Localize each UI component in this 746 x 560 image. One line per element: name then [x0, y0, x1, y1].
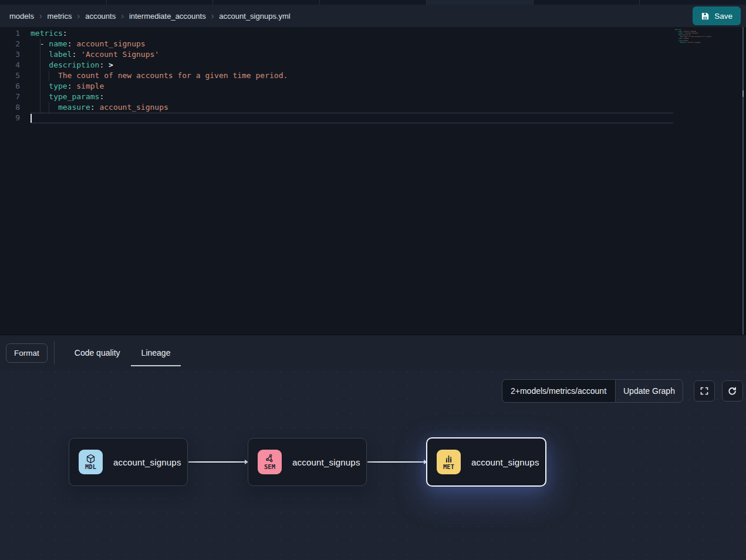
node-type-label: MET — [443, 463, 454, 470]
line-number-gutter: 123456789 — [0, 28, 21, 335]
code-token — [31, 103, 58, 112]
code-token: account_signups — [76, 39, 145, 48]
lineage-selector-input[interactable] — [502, 379, 615, 403]
lineage-node-mdl[interactable]: MDLaccount_signups — [69, 438, 188, 486]
code-token: : — [72, 50, 81, 59]
code-token: The count of new accounts for a given ti… — [58, 71, 288, 80]
node-type-label: SEM — [264, 463, 275, 470]
code-line[interactable]: - name: account_signups — [31, 39, 673, 49]
code-token: type_params — [49, 92, 99, 101]
code-token — [31, 60, 49, 69]
minimap-line: measure: account_signups — [675, 42, 711, 43]
code-token: 'Account Signups' — [81, 50, 159, 59]
fullscreen-button[interactable] — [694, 380, 715, 402]
chevron-right-icon: › — [211, 12, 214, 20]
text-cursor — [31, 114, 32, 123]
breadcrumb: models›metrics›accounts›intermediate_acc… — [9, 12, 291, 21]
code-token — [31, 82, 49, 90]
chevron-right-icon: › — [121, 12, 124, 20]
code-token: measure — [680, 42, 686, 43]
update-graph-button[interactable]: Update Graph — [615, 379, 683, 403]
node-type-label: MDL — [85, 463, 96, 470]
scrollbar-thumb[interactable] — [742, 90, 744, 97]
line-number: 4 — [0, 60, 21, 70]
editor-tab-strip — [0, 0, 746, 5]
lineage-node-met[interactable]: METaccount_signups — [426, 437, 546, 487]
cube-icon — [86, 454, 96, 463]
code-token: measure — [58, 103, 90, 112]
node-name: account_signups — [113, 457, 181, 467]
tab-code-quality[interactable]: Code quality — [64, 335, 131, 370]
chevron-right-icon: › — [77, 12, 80, 20]
file-toolbar: models›metrics›accounts›intermediate_acc… — [0, 5, 746, 27]
code-token — [31, 92, 49, 101]
breadcrumb-item[interactable]: accounts — [85, 12, 116, 21]
breadcrumb-item[interactable]: account_signups.yml — [219, 12, 290, 21]
code-token: description — [49, 60, 99, 69]
metric-chart-icon — [444, 454, 454, 463]
node-type-badge: MET — [437, 450, 461, 474]
code-line[interactable]: description: > — [31, 60, 673, 70]
save-floppy-icon — [701, 12, 710, 21]
line-number: 7 — [0, 92, 21, 102]
breadcrumb-item[interactable]: models — [9, 12, 34, 21]
editor-tab[interactable] — [534, 0, 640, 5]
bottom-panel: Format Code qualityLineage Update Graph — [0, 335, 746, 560]
lineage-controls: Update Graph — [502, 379, 743, 403]
tab-lineage[interactable]: Lineage — [131, 335, 181, 370]
code-token: simple — [76, 82, 104, 90]
save-button[interactable]: Save — [693, 6, 741, 25]
editor-tab[interactable] — [640, 0, 746, 5]
lineage-edge — [367, 461, 426, 463]
code-editor[interactable]: 123456789 metrics: - name: account_signu… — [0, 27, 746, 335]
breadcrumb-item[interactable]: intermediate_accounts — [129, 12, 206, 21]
format-button[interactable]: Format — [6, 343, 48, 363]
code-token: label — [49, 50, 72, 59]
code-token: : — [90, 103, 100, 112]
chevron-right-icon: › — [39, 12, 42, 20]
code-token: > — [109, 60, 113, 69]
node-name: account_signups — [471, 457, 539, 467]
editor-tab[interactable] — [427, 0, 534, 5]
editor-tab[interactable] — [107, 0, 214, 5]
code-token: metrics — [31, 29, 63, 38]
line-number: 5 — [0, 70, 21, 81]
code-line[interactable]: The count of new accounts for a given ti… — [31, 70, 673, 81]
bottom-panel-tab-row: Format Code qualityLineage — [0, 335, 746, 370]
editor-tab[interactable] — [0, 0, 107, 5]
code-token — [675, 42, 680, 43]
code-line[interactable] — [31, 113, 673, 123]
code-line[interactable]: type: simple — [31, 81, 673, 92]
code-token — [31, 50, 49, 59]
code-token: - — [40, 39, 49, 48]
code-token: account_signups — [99, 103, 168, 112]
line-number: 1 — [0, 28, 21, 39]
refresh-icon — [727, 386, 737, 396]
editor-tab[interactable] — [320, 0, 427, 5]
code-token: : — [67, 82, 77, 90]
code-token: name — [49, 39, 67, 48]
code-line[interactable]: label: 'Account Signups' — [31, 49, 673, 60]
editor-tab[interactable] — [213, 0, 320, 5]
line-number: 2 — [0, 39, 21, 49]
refresh-button[interactable] — [722, 380, 743, 402]
code-content[interactable]: metrics: - name: account_signups label: … — [31, 28, 673, 335]
scrollbar-track[interactable] — [742, 27, 744, 335]
code-token: : — [99, 92, 104, 101]
breadcrumb-item[interactable]: metrics — [48, 12, 72, 21]
line-number: 8 — [0, 102, 21, 113]
semantic-model-icon — [265, 454, 275, 463]
code-token: : — [67, 39, 77, 48]
code-token: type — [49, 82, 67, 90]
fullscreen-icon — [700, 386, 709, 396]
code-line[interactable]: measure: account_signups — [31, 102, 673, 113]
editor-right-edge — [744, 27, 746, 335]
code-line[interactable]: metrics: — [31, 28, 673, 39]
code-line[interactable]: type_params: — [31, 92, 673, 102]
line-number: 6 — [0, 81, 21, 92]
lineage-canvas[interactable]: Update Graph MDLaccount_signupsSEMa — [0, 370, 746, 560]
minimap[interactable]: metrics: - name: account_signups label: … — [675, 29, 711, 43]
line-number: 3 — [0, 49, 21, 60]
code-token — [31, 71, 58, 80]
lineage-node-sem[interactable]: SEMaccount_signups — [248, 438, 367, 486]
